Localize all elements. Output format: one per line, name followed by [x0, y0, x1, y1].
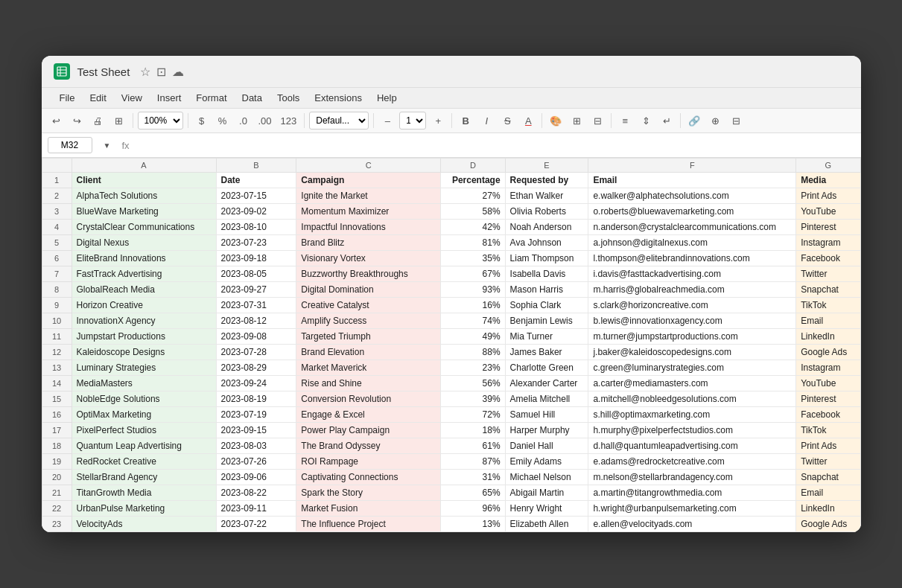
- row-header[interactable]: 15: [42, 392, 72, 407]
- cell[interactable]: s.hill@optimaxmarketing.com: [588, 407, 796, 423]
- cell[interactable]: Campaign: [296, 173, 441, 188]
- row-header[interactable]: 22: [42, 501, 72, 517]
- cell[interactable]: GlobalReach Media: [72, 282, 216, 298]
- menu-data[interactable]: Data: [236, 89, 268, 106]
- sheet-area[interactable]: A B C D E F G 1ClientDateCampaignPercent…: [42, 158, 861, 532]
- decimal-dec-button[interactable]: .0: [235, 112, 253, 130]
- cell[interactable]: Print Ads: [796, 438, 860, 454]
- undo-button[interactable]: ↩: [48, 112, 66, 130]
- cell[interactable]: s.clark@horizoncreative.com: [588, 298, 796, 313]
- cell[interactable]: Samuel Hill: [505, 407, 588, 423]
- cell[interactable]: Market Fusion: [296, 501, 441, 517]
- cell[interactable]: Percentage: [441, 173, 505, 188]
- row-header[interactable]: 10: [42, 313, 72, 329]
- cell[interactable]: Abigail Martin: [505, 485, 588, 501]
- cell[interactable]: Power Play Campaign: [296, 423, 441, 438]
- menu-file[interactable]: File: [54, 89, 81, 106]
- font-select[interactable]: Defaul...: [309, 112, 369, 130]
- cell[interactable]: Instagram: [796, 235, 860, 251]
- format-123-button[interactable]: 123: [278, 112, 300, 130]
- cell[interactable]: 2023-07-23: [216, 235, 296, 251]
- cell[interactable]: Spark the Story: [296, 485, 441, 501]
- cell[interactable]: Horizon Creative: [72, 298, 216, 313]
- cell[interactable]: o.roberts@bluewavemarketing.com: [588, 204, 796, 220]
- cell[interactable]: 23%: [441, 360, 505, 376]
- cell[interactable]: Digital Domination: [296, 282, 441, 298]
- paint-format-button[interactable]: ⊞: [110, 112, 128, 130]
- redo-button[interactable]: ↪: [69, 112, 86, 130]
- cell[interactable]: 35%: [441, 251, 505, 266]
- cell[interactable]: e.allen@velocityads.com: [588, 517, 796, 532]
- cell[interactable]: Elizabeth Allen: [505, 517, 588, 532]
- cell[interactable]: 56%: [441, 376, 505, 392]
- row-header[interactable]: 14: [42, 376, 72, 392]
- cell[interactable]: 2023-07-22: [216, 517, 296, 532]
- cell[interactable]: Twitter: [796, 266, 860, 282]
- cell[interactable]: 2023-09-24: [216, 376, 296, 392]
- strikethrough-button[interactable]: S: [498, 112, 516, 130]
- cell[interactable]: 2023-08-12: [216, 313, 296, 329]
- cell[interactable]: Email: [796, 313, 860, 329]
- cell[interactable]: Pinterest: [796, 220, 860, 235]
- cloud-icon[interactable]: ☁: [172, 65, 184, 79]
- dropdown-arrow[interactable]: ▼: [98, 136, 116, 154]
- star-icon[interactable]: ☆: [140, 65, 150, 79]
- row-header[interactable]: 13: [42, 360, 72, 376]
- percent-button[interactable]: %: [214, 112, 232, 130]
- cell[interactable]: 93%: [441, 282, 505, 298]
- cell[interactable]: 2023-08-05: [216, 266, 296, 282]
- cell[interactable]: Pinterest: [796, 392, 860, 407]
- menu-format[interactable]: Format: [190, 89, 232, 106]
- cell[interactable]: Harper Murphy: [505, 423, 588, 438]
- cell[interactable]: a.martin@titangrowthmedia.com: [588, 485, 796, 501]
- cell[interactable]: YouTube: [796, 376, 860, 392]
- cell[interactable]: m.turner@jumpstartproductions.com: [588, 329, 796, 345]
- row-header[interactable]: 3: [42, 204, 72, 220]
- cell[interactable]: ROI Rampage: [296, 454, 441, 470]
- col-header-a[interactable]: A: [72, 159, 216, 173]
- borders-button[interactable]: ⊞: [568, 112, 585, 130]
- cell[interactable]: Google Ads: [796, 345, 860, 360]
- cell[interactable]: 2023-09-06: [216, 470, 296, 485]
- cell[interactable]: e.adams@redrocketcreative.com: [588, 454, 796, 470]
- cell[interactable]: 2023-09-02: [216, 204, 296, 220]
- cell[interactable]: The Influence Project: [296, 517, 441, 532]
- row-header[interactable]: 19: [42, 454, 72, 470]
- cell[interactable]: j.baker@kaleidoscopedesigns.com: [588, 345, 796, 360]
- row-header[interactable]: 6: [42, 251, 72, 266]
- cell[interactable]: l.thompson@elitebrandinnovations.com: [588, 251, 796, 266]
- cell[interactable]: 96%: [441, 501, 505, 517]
- cell[interactable]: 31%: [441, 470, 505, 485]
- cell[interactable]: 42%: [441, 220, 505, 235]
- cell[interactable]: Instagram: [796, 360, 860, 376]
- cell[interactable]: Liam Thompson: [505, 251, 588, 266]
- cell[interactable]: NobleEdge Solutions: [72, 392, 216, 407]
- row-header[interactable]: 11: [42, 329, 72, 345]
- cell[interactable]: 61%: [441, 438, 505, 454]
- cell[interactable]: Emily Adams: [505, 454, 588, 470]
- cell[interactable]: m.nelson@stellarbrandagency.com: [588, 470, 796, 485]
- cell[interactable]: Mia Turner: [505, 329, 588, 345]
- cell[interactable]: 27%: [441, 188, 505, 204]
- cell[interactable]: TitanGrowth Media: [72, 485, 216, 501]
- cell[interactable]: 18%: [441, 423, 505, 438]
- col-header-e[interactable]: E: [505, 159, 588, 173]
- comment-button[interactable]: ⊕: [706, 112, 724, 130]
- cell[interactable]: Facebook: [796, 251, 860, 266]
- cell[interactable]: AlphaTech Solutions: [72, 188, 216, 204]
- cell[interactable]: Twitter: [796, 454, 860, 470]
- cell[interactable]: EliteBrand Innovations: [72, 251, 216, 266]
- cell[interactable]: VelocityAds: [72, 517, 216, 532]
- cell[interactable]: Conversion Revolution: [296, 392, 441, 407]
- cell[interactable]: Impactful Innovations: [296, 220, 441, 235]
- cell[interactable]: 67%: [441, 266, 505, 282]
- cell[interactable]: Luminary Strategies: [72, 360, 216, 376]
- cell[interactable]: The Brand Odyssey: [296, 438, 441, 454]
- cell[interactable]: Momentum Maximizer: [296, 204, 441, 220]
- cell[interactable]: 87%: [441, 454, 505, 470]
- cell[interactable]: Ethan Walker: [505, 188, 588, 204]
- cell[interactable]: Brand Elevation: [296, 345, 441, 360]
- cell[interactable]: TikTok: [796, 423, 860, 438]
- merge-button[interactable]: ⊟: [588, 112, 606, 130]
- cell[interactable]: Brand Blitz: [296, 235, 441, 251]
